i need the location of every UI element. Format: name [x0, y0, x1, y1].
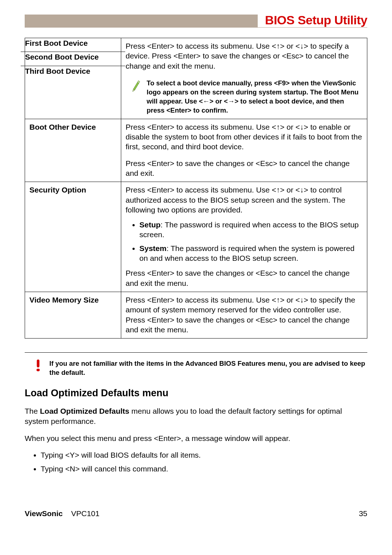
- page: BIOS Setup Utility First Boot Device Sec…: [0, 0, 392, 532]
- list-item: Typing <N> will cancel this command.: [41, 464, 367, 474]
- option-label: Third Boot Device: [21, 63, 125, 80]
- table-row: Video Memory Size Press <Enter> to acces…: [25, 292, 367, 338]
- svg-point-1: [37, 369, 40, 371]
- body-paragraph: The Load Optimized Defaults menu allows …: [25, 406, 367, 427]
- page-title: BIOS Setup Utility: [258, 13, 367, 27]
- option-description: Press <Enter> to access its submenu. Use…: [121, 182, 367, 292]
- pencil-icon: [129, 80, 142, 92]
- page-footer: ViewSonic VPC101 35: [25, 509, 367, 518]
- body-list: Typing <Y> will load BIOS defaults for a…: [25, 450, 367, 474]
- table-row: Boot Other Device Press <Enter> to acces…: [25, 119, 367, 182]
- warning-text: If you are not familiar with the items i…: [49, 359, 367, 377]
- tip-text: To select a boot device manually, press …: [147, 79, 363, 115]
- footer-left: ViewSonic VPC101: [25, 509, 99, 518]
- option-description: Press <Enter> to access its submenu. Use…: [121, 119, 367, 182]
- tip-note: To select a boot device manually, press …: [126, 79, 363, 115]
- model-name: VPC101: [71, 509, 99, 518]
- description-text: Press <Enter> to access its submenu. Use…: [126, 185, 363, 215]
- list-item: Setup: The password is required when acc…: [139, 220, 363, 240]
- list-item: System: The password is required when th…: [139, 243, 363, 263]
- option-label: Boot Other Device: [25, 119, 121, 182]
- page-number: 35: [359, 509, 367, 518]
- description-text: Press <Enter> to save the changes or <Es…: [126, 158, 363, 178]
- description-text: Press <Enter> to save the changes or <Es…: [126, 268, 363, 288]
- section-heading: Load Optimized Defaults menu: [25, 388, 367, 399]
- description-text: Press <Enter> to access its submenu. Use…: [126, 122, 363, 152]
- table-row: Security Option Press <Enter> to access …: [25, 182, 367, 292]
- divider: [25, 352, 367, 353]
- exclamation-icon: [33, 358, 44, 372]
- description-text: Press <Enter> to access its submenu. Use…: [126, 295, 363, 335]
- bios-options-table: First Boot Device Second Boot Device Thi…: [25, 38, 367, 339]
- warning-note: If you are not familiar with the items i…: [25, 359, 367, 377]
- option-label: Video Memory Size: [25, 292, 121, 338]
- svg-rect-0: [37, 360, 39, 368]
- option-description: Press <Enter> to access its submenu. Use…: [121, 38, 367, 119]
- option-label: Security Option: [25, 182, 121, 292]
- description-text: Press <Enter> to access its submenu. Use…: [126, 41, 363, 71]
- option-description: Press <Enter> to access its submenu. Use…: [121, 292, 367, 338]
- brand-name: ViewSonic: [25, 509, 63, 518]
- table-row: First Boot Device Second Boot Device Thi…: [25, 38, 367, 119]
- list-item: Typing <Y> will load BIOS defaults for a…: [41, 450, 367, 460]
- header-bar: BIOS Setup Utility: [25, 15, 367, 28]
- body-paragraph: When you select this menu and press <Ent…: [25, 433, 367, 443]
- option-list: Setup: The password is required when acc…: [126, 220, 363, 263]
